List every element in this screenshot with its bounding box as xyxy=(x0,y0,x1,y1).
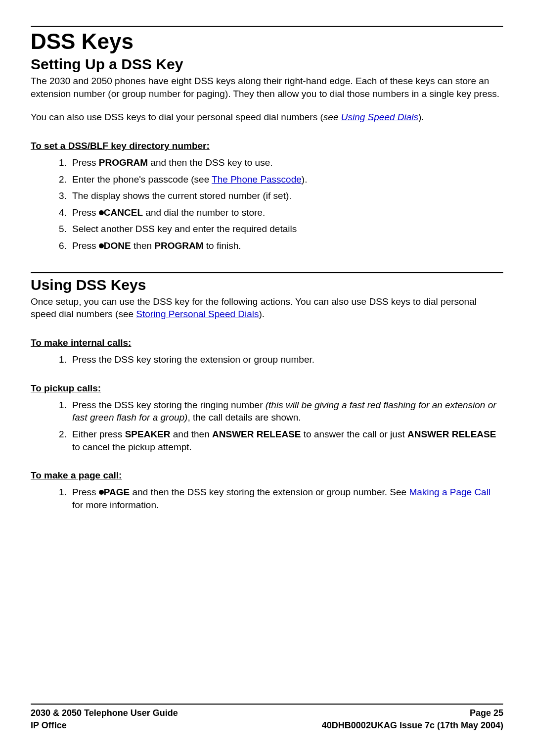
top-rule xyxy=(31,26,503,27)
section1-paragraph1: The 2030 and 2050 phones have eight DSS … xyxy=(31,75,503,100)
bold-text: ANSWER RELEASE xyxy=(212,429,301,439)
footer-right-line1: Page 25 xyxy=(470,707,503,719)
text: ). xyxy=(259,309,265,319)
footer-right-line2: 40DHB0002UKAG Issue 7c (17th May 2004) xyxy=(322,719,503,731)
link-phone-passcode[interactable]: The Phone Passcode xyxy=(212,174,302,185)
list-item: Enter the phone's passcode (see The Phon… xyxy=(69,173,503,186)
text: for more information. xyxy=(72,500,159,510)
text: Press xyxy=(72,240,99,251)
text: to finish. xyxy=(204,240,241,251)
section1-paragraph2: You can also use DSS keys to dial your p… xyxy=(31,111,503,124)
page-footer: 2030 & 2050 Telephone User Guide Page 25… xyxy=(31,704,503,731)
page-container: DSS Keys Setting Up a DSS Key The 2030 a… xyxy=(0,0,534,756)
bold-text: PROGRAM xyxy=(99,157,148,168)
list-item: Press the DSS key storing the ringing nu… xyxy=(69,399,503,424)
section2-subheading2: To pickup calls: xyxy=(31,383,101,393)
link-storing-personal-speed-dials[interactable]: Storing Personal Speed Dials xyxy=(136,309,259,319)
list-item: Press the DSS key storing the extension … xyxy=(69,353,503,366)
text: ). xyxy=(302,174,308,185)
text: and then the DSS key storing the extensi… xyxy=(130,487,409,497)
text: and then the DSS key to use. xyxy=(148,157,272,168)
text: and then xyxy=(171,429,213,439)
text: then xyxy=(131,240,155,251)
section1-heading: Setting Up a DSS Key xyxy=(31,56,503,73)
bold-text: CANCEL xyxy=(104,207,143,218)
page-title-h1: DSS Keys xyxy=(31,29,503,54)
bullet-icon xyxy=(99,490,104,495)
section2-list1: Press the DSS key storing the extension … xyxy=(31,353,503,366)
bullet-icon xyxy=(99,243,104,248)
section2-list2: Press the DSS key storing the ringing nu… xyxy=(31,399,503,454)
section-divider xyxy=(31,272,503,274)
list-item: The display shows the current stored num… xyxy=(69,189,503,202)
list-item: Press PROGRAM and then the DSS key to us… xyxy=(69,156,503,169)
link-making-page-call[interactable]: Making a Page Call xyxy=(409,487,490,497)
section1-steps-list: Press PROGRAM and then the DSS key to us… xyxy=(31,156,503,252)
bullet-icon xyxy=(99,210,104,215)
text: Either press xyxy=(72,429,125,439)
section1-subheading: To set a DSS/BLF key directory number: xyxy=(31,141,210,151)
section2-list3: Press PAGE and then the DSS key storing … xyxy=(31,486,503,511)
bold-text: SPEAKER xyxy=(125,429,171,439)
text: to answer the call or just xyxy=(301,429,407,439)
list-item: Press PAGE and then the DSS key storing … xyxy=(69,486,503,511)
footer-left-line2: IP Office xyxy=(31,719,67,731)
bold-text: ANSWER RELEASE xyxy=(407,429,496,439)
text: Press the DSS key storing the ringing nu… xyxy=(72,400,266,410)
bold-text: PROGRAM xyxy=(154,240,203,251)
text: Enter the phone's passcode (see xyxy=(72,174,212,185)
text: Press xyxy=(72,207,99,218)
text: ). xyxy=(418,112,424,122)
text: Press xyxy=(72,157,99,168)
section2-subheading3: To make a page call: xyxy=(31,470,122,480)
text: Press xyxy=(72,487,99,497)
text: to cancel the pickup attempt. xyxy=(72,442,192,452)
section2-subheading1: To make internal calls: xyxy=(31,337,131,348)
text: You can also use DSS keys to dial your p… xyxy=(31,112,323,122)
section2-heading: Using DSS Keys xyxy=(31,277,503,293)
text: , the call details are shown. xyxy=(187,412,301,423)
text: and dial the number to store. xyxy=(143,207,265,218)
list-item: Either press SPEAKER and then ANSWER REL… xyxy=(69,428,503,453)
see-text: see xyxy=(323,112,341,122)
list-item: Select another DSS key and enter the req… xyxy=(69,223,503,236)
bold-text: PAGE xyxy=(104,487,130,497)
bold-text: DONE xyxy=(104,240,131,251)
list-item: Press CANCEL and dial the number to stor… xyxy=(69,206,503,219)
list-item: Press DONE then PROGRAM to finish. xyxy=(69,239,503,252)
link-using-speed-dials[interactable]: Using Speed Dials xyxy=(341,112,418,122)
section2-paragraph1: Once setup, you can use the DSS key for … xyxy=(31,295,503,321)
footer-left-line1: 2030 & 2050 Telephone User Guide xyxy=(31,707,178,719)
